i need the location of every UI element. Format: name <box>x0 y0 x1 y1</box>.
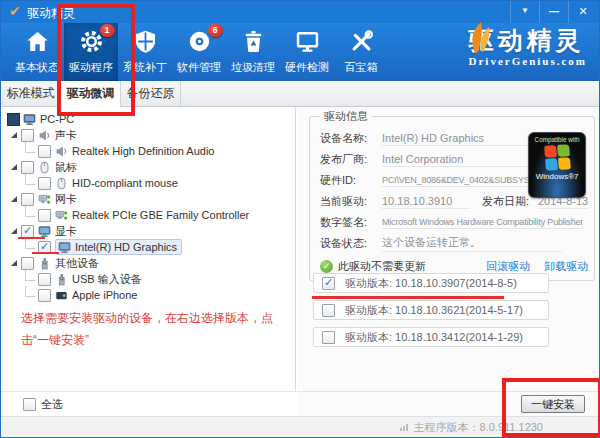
expand-arrow-icon[interactable] <box>11 228 17 234</box>
tree-checkbox[interactable] <box>38 273 51 286</box>
tree-checkbox-checked[interactable] <box>38 241 51 254</box>
toolbar-item-hardware-detect[interactable]: 硬件检测 <box>280 23 334 81</box>
title-bar: ✔ 驱动精灵 <box>1 1 599 23</box>
tab-strip: 标准模式 驱动微调 备份还原 <box>1 81 599 107</box>
toolbar-item-junk-clean[interactable]: 垃圾清理 <box>226 23 280 81</box>
tree-item-hid-mouse[interactable]: HID-compliant mouse <box>1 175 295 191</box>
tab-backup-restore[interactable]: 备份还原 <box>121 81 181 106</box>
expand-arrow-icon[interactable] <box>11 260 17 266</box>
brand-logo: 驱动精灵 DriverGenius.com <box>469 26 587 67</box>
tree-checkbox[interactable] <box>21 193 34 206</box>
toolbar-item-system-patches[interactable]: 系统补丁 <box>118 23 172 81</box>
tree-item-mouse[interactable]: 鼠标 <box>1 159 295 175</box>
right-footer-bar: 一键安装 <box>297 391 599 416</box>
tree-checkbox[interactable] <box>38 177 51 190</box>
tree-checkbox[interactable] <box>21 257 34 270</box>
tree-item-other-devices[interactable]: 其他设备 <box>1 255 295 271</box>
tree-checkbox[interactable] <box>21 129 34 142</box>
tree-item-intel-hd-graphics[interactable]: Intel(R) HD Graphics <box>1 239 295 255</box>
signal-bars-icon <box>400 424 409 431</box>
tab-standard-mode[interactable]: 标准模式 <box>1 81 61 106</box>
home-icon <box>24 28 51 55</box>
tree-item-label: Realtek High Definition Audio <box>72 145 214 157</box>
tree-item-graphics-card[interactable]: 显卡 <box>1 223 295 239</box>
usb-icon <box>38 257 51 270</box>
tree-connector <box>25 174 35 185</box>
skin-menu-button[interactable] <box>510 1 539 23</box>
no-update-needed-text: 此驱动不需要更新 <box>338 259 426 274</box>
tree-checkbox[interactable] <box>21 161 34 174</box>
speaker-icon <box>55 145 68 158</box>
toolbar-item-basic-status[interactable]: 基本状态 <box>10 23 64 81</box>
window-controls <box>510 1 597 23</box>
display-icon <box>58 241 71 254</box>
toolbar-item-toolbox[interactable]: 百宝箱 <box>334 23 388 81</box>
driver-version-item-3[interactable]: 驱动版本: 10.18.10.3412(2014-1-29) <box>313 327 549 347</box>
tree-checkbox[interactable] <box>38 209 51 222</box>
tree-item-label: PC-PC <box>40 113 74 125</box>
brand-cn-text: 驱动精灵 <box>469 26 587 54</box>
device-tree: PC-PC 声卡 Realtek High Definition Audio 鼠… <box>1 107 295 303</box>
win7-compatible-badge: Compatible with Windows®7 <box>528 132 586 198</box>
phone-icon <box>55 289 68 302</box>
tree-checkbox-checked[interactable] <box>21 225 34 238</box>
root-node-icon <box>7 113 20 126</box>
toolbar-item-drivers[interactable]: 1 驱动程序 <box>64 23 118 81</box>
mouse-icon <box>55 177 68 190</box>
tree-item-realtek-pcie[interactable]: Realtek PCIe GBE Family Controller <box>1 207 295 223</box>
tree-connector <box>25 238 35 249</box>
left-footer-bar: 全选 <box>1 391 296 416</box>
tree-item-apple-iphone[interactable]: Apple iPhone <box>1 287 295 303</box>
tree-checkbox[interactable] <box>38 145 51 158</box>
tree-item-network-card[interactable]: 网卡 <box>1 191 295 207</box>
program-version-value: 8.0.911.1230 <box>480 421 543 433</box>
select-all-checkbox[interactable] <box>23 398 36 411</box>
tree-checkbox[interactable] <box>38 289 51 302</box>
driver-status-row: 此驱动不需要更新 回滚驱动 卸载驱动 <box>316 259 588 274</box>
select-all-label: 全选 <box>41 397 63 412</box>
close-button[interactable] <box>568 1 597 23</box>
expand-arrow-icon[interactable] <box>11 164 17 170</box>
main-toolbar: 基本状态 1 驱动程序 系统补丁 6 软件管理 垃圾清理 硬件检测 <box>1 23 599 81</box>
tree-item-realtek-audio[interactable]: Realtek High Definition Audio <box>1 143 295 159</box>
ok-check-icon <box>320 260 333 273</box>
software-count-badge: 6 <box>208 24 223 37</box>
version-checkbox[interactable] <box>322 304 335 317</box>
tree-item-sound-card[interactable]: 声卡 <box>1 127 295 143</box>
speaker-icon <box>38 129 51 142</box>
shield-icon <box>132 28 159 55</box>
tree-connector <box>25 286 35 297</box>
tree-item-label: USB 输入设备 <box>72 272 142 287</box>
one-click-install-button[interactable]: 一键安装 <box>521 395 585 413</box>
driver-version-item-1[interactable]: 驱动版本: 10.18.10.3907(2014-8-5) <box>313 273 549 293</box>
toolbar-item-software-manager[interactable]: 6 软件管理 <box>172 23 226 81</box>
driver-info-title: 驱动信息 <box>320 109 372 124</box>
driver-version-item-2[interactable]: 驱动版本: 10.18.10.3621(2014-5-17) <box>313 300 549 320</box>
minimize-button[interactable] <box>539 1 568 23</box>
expand-arrow-icon[interactable] <box>11 132 17 138</box>
usb-icon <box>55 273 68 286</box>
tree-connector <box>25 270 35 281</box>
tree-item-pc[interactable]: PC-PC <box>1 111 295 127</box>
expand-arrow-icon[interactable] <box>11 196 17 202</box>
tree-item-usb-input[interactable]: USB 输入设备 <box>1 271 295 287</box>
annotation-hint-text: 选择需要安装驱动的设备，在右边选择版本，点 击“一键安装” <box>21 307 283 351</box>
field-device-status: 设备状态: 这个设备运转正常。 <box>316 233 588 254</box>
tree-item-label: 网卡 <box>55 192 77 207</box>
version-checkbox[interactable] <box>322 331 335 344</box>
selected-tree-item: Intel(R) HD Graphics <box>55 239 182 255</box>
uninstall-driver-link[interactable]: 卸载驱动 <box>544 259 588 274</box>
rollback-driver-link[interactable]: 回滚驱动 <box>486 259 530 274</box>
windows-flag-icon <box>544 144 571 171</box>
tools-icon <box>348 28 375 55</box>
tree-item-label: Intel(R) HD Graphics <box>75 241 177 253</box>
status-bar: 主程序版本： 8.0.911.1230 <box>1 416 599 437</box>
tree-connector <box>25 142 35 153</box>
app-window: ✔ 驱动精灵 基本状态 1 驱动程序 系统补丁 6 <box>0 0 600 438</box>
tab-driver-finetune[interactable]: 驱动微调 <box>60 81 121 107</box>
tree-item-label: 声卡 <box>55 128 77 143</box>
tree-item-label: 显卡 <box>55 224 77 239</box>
driver-info-groupbox: 驱动信息 Compatible with Windows®7 设备名称: Int… <box>309 109 595 281</box>
network-icon <box>38 193 51 206</box>
version-checkbox-checked[interactable] <box>322 277 335 290</box>
